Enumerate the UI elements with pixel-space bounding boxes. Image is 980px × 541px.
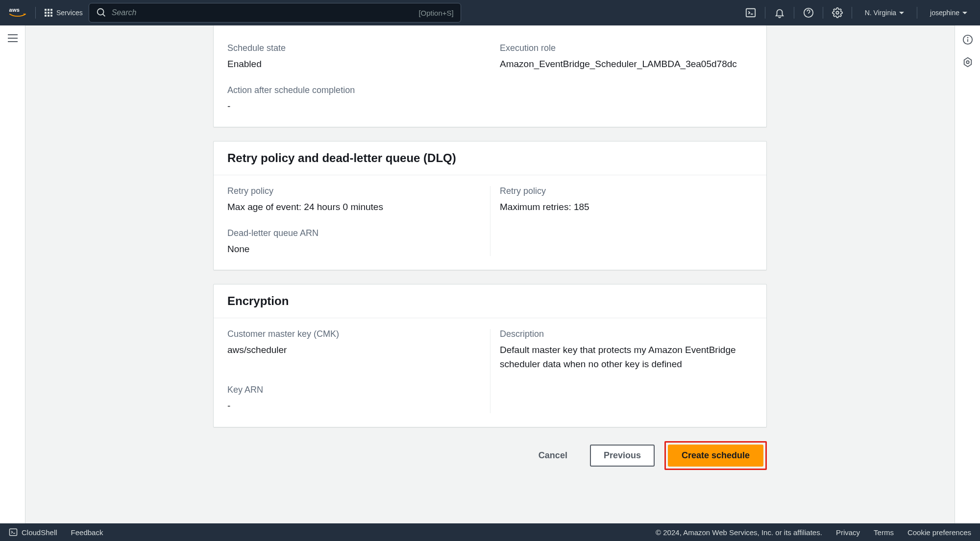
- panel-encryption: Encryption Customer master key (CMK) aws…: [213, 284, 767, 427]
- search-icon: [96, 7, 107, 18]
- value: Max age of event: 24 hours 0 minutes: [227, 200, 480, 214]
- grid-icon: [45, 9, 52, 17]
- field-retry-max-age: Retry policy Max age of event: 24 hours …: [227, 186, 480, 214]
- annotation-highlight: Create schedule: [664, 441, 767, 470]
- svg-point-10: [966, 61, 969, 64]
- cookies-link[interactable]: Cookie preferences: [907, 528, 971, 537]
- value: -: [227, 399, 480, 413]
- value: Maximum retries: 185: [500, 200, 753, 214]
- svg-rect-11: [10, 529, 17, 536]
- diagnostic-icon[interactable]: [962, 57, 973, 68]
- nav-divider: [917, 7, 917, 19]
- cloudshell-label: CloudShell: [22, 528, 57, 537]
- chevron-down-icon: [962, 12, 967, 14]
- label: Description: [500, 329, 753, 339]
- nav-divider: [35, 7, 36, 19]
- field-key-arn: Key ARN -: [227, 385, 480, 413]
- panel-retry-dlq: Retry policy and dead-letter queue (DLQ)…: [213, 141, 767, 270]
- user-label: josephine: [930, 9, 959, 17]
- search-shortcut: [Option+S]: [418, 9, 453, 17]
- panel-title: Retry policy and dead-letter queue (DLQ): [214, 141, 766, 175]
- value: None: [227, 242, 480, 257]
- field-description: Description Default master key that prot…: [500, 329, 753, 371]
- field-cmk: Customer master key (CMK) aws/scheduler: [227, 329, 480, 371]
- notifications-icon[interactable]: [774, 7, 785, 18]
- terms-link[interactable]: Terms: [874, 528, 894, 537]
- top-nav: aws Services [Option+S] N. Virginia jose…: [0, 0, 980, 25]
- search-input[interactable]: [112, 8, 414, 17]
- svg-point-1: [97, 9, 103, 15]
- label: Retry policy: [227, 186, 480, 196]
- panel-summary: Schedule state Enabled Execution role Am…: [213, 25, 767, 127]
- field-schedule-state: Schedule state Enabled: [227, 43, 480, 71]
- right-rail: [955, 25, 980, 523]
- nav-divider: [794, 7, 794, 19]
- field-action-after-completion: Action after schedule completion -: [227, 85, 753, 114]
- cloudshell-icon: [9, 528, 18, 537]
- chevron-down-icon: [899, 12, 904, 14]
- nav-divider: [852, 7, 852, 19]
- svg-marker-9: [964, 58, 971, 67]
- svg-rect-3: [746, 9, 755, 17]
- services-menu[interactable]: Services: [45, 9, 83, 17]
- value: aws/scheduler: [227, 343, 480, 357]
- field-dlq-arn: Dead-letter queue ARN None: [227, 228, 480, 257]
- cancel-button[interactable]: Cancel: [526, 446, 580, 466]
- account-menu[interactable]: josephine: [926, 9, 971, 17]
- label: Customer master key (CMK): [227, 329, 480, 339]
- label: Execution role: [500, 43, 753, 53]
- value: Enabled: [227, 57, 480, 71]
- sidebar-toggle[interactable]: [8, 34, 18, 42]
- value: -: [227, 99, 753, 114]
- copyright-text: © 2024, Amazon Web Services, Inc. or its…: [656, 528, 822, 537]
- main-content: Schedule state Enabled Execution role Am…: [25, 25, 955, 523]
- field-retry-max-retries: Retry policy Maximum retries: 185: [500, 186, 753, 214]
- privacy-link[interactable]: Privacy: [836, 528, 860, 537]
- cloudshell-link[interactable]: CloudShell: [9, 528, 57, 537]
- value: Default master key that protects my Amaz…: [500, 343, 753, 371]
- aws-logo[interactable]: aws: [9, 7, 26, 19]
- info-icon[interactable]: [962, 34, 973, 45]
- region-selector[interactable]: N. Virginia: [861, 9, 908, 17]
- create-schedule-button[interactable]: Create schedule: [668, 445, 763, 467]
- field-execution-role: Execution role Amazon_EventBridge_Schedu…: [500, 43, 753, 71]
- value: Amazon_EventBridge_Scheduler_LAMBDA_3ea0…: [500, 57, 753, 71]
- region-label: N. Virginia: [865, 9, 896, 17]
- feedback-link[interactable]: Feedback: [71, 528, 103, 537]
- global-search[interactable]: [Option+S]: [89, 3, 461, 23]
- previous-button[interactable]: Previous: [590, 445, 655, 467]
- label: Dead-letter queue ARN: [227, 228, 480, 238]
- svg-text:aws: aws: [9, 7, 20, 13]
- wizard-actions: Cancel Previous Create schedule: [213, 441, 767, 470]
- svg-point-5: [836, 11, 839, 14]
- footer: CloudShell Feedback © 2024, Amazon Web S…: [0, 523, 980, 541]
- cloudshell-icon[interactable]: [745, 7, 756, 18]
- settings-icon[interactable]: [832, 7, 843, 18]
- panel-title: Encryption: [214, 284, 766, 318]
- label: Action after schedule completion: [227, 85, 753, 95]
- help-icon[interactable]: [803, 7, 814, 18]
- nav-divider: [823, 7, 823, 19]
- label: Retry policy: [500, 186, 753, 196]
- svg-line-2: [102, 14, 105, 17]
- svg-point-8: [967, 37, 968, 38]
- label: Schedule state: [227, 43, 480, 53]
- left-rail: [0, 25, 25, 523]
- services-label: Services: [56, 9, 83, 17]
- label: Key ARN: [227, 385, 480, 395]
- nav-divider: [765, 7, 765, 19]
